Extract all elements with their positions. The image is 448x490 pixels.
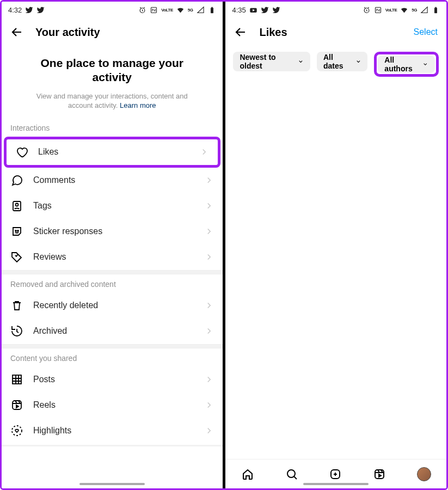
home-indicator [79,483,145,485]
alarm-icon [138,6,146,14]
learn-more-link[interactable]: Learn more [120,101,156,109]
chevron-right-icon [204,201,214,211]
chevron-right-icon [204,375,214,384]
section-removed-label: Removed and archived content [2,274,223,293]
row-label: Likes [38,147,189,157]
row-tags[interactable]: Tags [2,193,223,219]
hero-heading: One place to manage your activity [2,46,223,88]
svg-rect-3 [211,7,213,7]
svg-point-10 [12,426,22,436]
page-header: Likes Select [225,18,446,46]
chevron-down-icon [298,58,304,65]
row-posts[interactable]: Posts [2,367,223,393]
youtube-icon [249,6,257,14]
row-label: Reels [33,400,194,410]
chevron-down-icon [355,58,361,65]
row-recently-deleted[interactable]: Recently deleted [2,293,223,318]
row-highlights[interactable]: Highlights [2,418,223,444]
row-reviews[interactable]: Reviews [2,244,223,270]
section-shared-label: Content you shared [2,348,223,367]
status-bar: 4:35 VoLTE 5G [225,2,446,18]
twitter-icon [261,6,269,14]
home-indicator [303,483,369,485]
select-action[interactable]: Select [414,27,438,37]
status-bar: 4:32 VoLTE 5G [2,2,223,18]
row-reels[interactable]: Reels [2,393,223,418]
heart-icon [15,145,28,158]
svg-rect-14 [434,8,437,13]
page-title: Likes [259,26,287,39]
archive-icon [10,324,23,338]
grid-icon [10,373,23,386]
row-label: Tags [33,201,194,211]
alarm-icon [363,6,371,14]
chip-sort[interactable]: Newest to oldest [233,52,310,71]
reels-icon [10,399,23,412]
chevron-down-icon [422,61,428,68]
status-time: 4:32 [8,6,22,14]
chevron-right-icon [204,175,214,185]
section-divider [2,445,223,446]
page-header: Your activity [2,18,223,46]
chip-label: All dates [323,53,352,70]
network-indicator: 5G [412,8,417,13]
review-icon [10,250,23,264]
signal-icon [420,6,428,14]
section-interactions-label: Interactions [2,118,223,137]
nav-create-icon[interactable] [329,468,342,481]
chip-label: Newest to oldest [240,53,294,70]
back-icon[interactable] [234,26,247,39]
twitter-icon [36,6,45,14]
svg-point-16 [287,470,295,477]
hero-subtext: View and manage your interactions, conte… [2,88,223,118]
chip-dates[interactable]: All dates [317,52,367,71]
svg-point-6 [15,230,16,231]
tag-icon [10,199,23,212]
row-label: Comments [33,175,194,185]
nav-search-icon[interactable] [285,468,298,481]
row-likes[interactable]: Likes [7,139,218,165]
row-sticker-responses[interactable]: Sticker responses [2,219,223,244]
chip-label: All authors [384,56,419,73]
svg-point-5 [16,204,19,206]
back-icon[interactable] [10,26,23,39]
wifi-icon [400,6,408,14]
signal-icon [197,6,205,14]
chevron-right-icon [204,326,214,336]
chip-authors[interactable]: All authors [378,56,435,73]
likes-grid[interactable] [225,83,446,459]
row-archived[interactable]: Archived [2,318,223,344]
network-indicator: 5G [188,8,193,13]
row-label: Archived [33,326,194,336]
battery-icon [432,6,440,14]
screen-your-activity: 4:32 VoLTE 5G Your activity One place to… [2,2,223,488]
nav-home-icon[interactable] [241,468,254,481]
row-comments[interactable]: Comments [2,168,223,193]
volte-indicator: VoLTE [161,8,173,13]
chevron-right-icon [204,426,214,436]
chevron-right-icon [204,252,214,262]
twitter-icon [272,6,280,14]
row-label: Highlights [33,426,194,436]
chevron-right-icon [199,147,209,157]
wifi-icon [176,6,185,14]
nav-reels-icon[interactable] [373,468,386,481]
svg-rect-2 [211,8,213,13]
svg-rect-8 [13,375,21,384]
status-time: 4:35 [232,6,246,14]
highlight-all-authors: All authors [374,52,439,77]
svg-point-7 [17,230,19,231]
chevron-right-icon [204,226,214,236]
chevron-right-icon [204,301,214,310]
trash-icon [10,299,23,312]
battery-icon [208,6,216,14]
row-label: Recently deleted [33,301,194,310]
highlights-icon [10,424,23,437]
nfc-icon [374,6,382,14]
sticker-icon [10,225,23,238]
row-label: Sticker responses [33,226,194,236]
twitter-icon [25,6,33,14]
section-divider [2,344,223,348]
filter-chips: Newest to oldest All dates All authors [225,46,446,83]
nav-profile-avatar[interactable] [417,467,431,481]
